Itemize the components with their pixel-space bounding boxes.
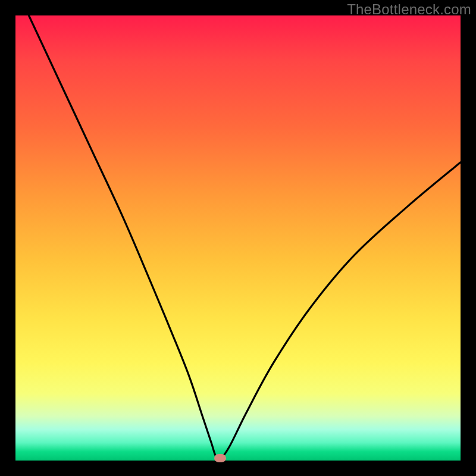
chart-container: TheBottleneck.com xyxy=(0,0,476,476)
bottleneck-curve xyxy=(15,15,461,461)
min-marker xyxy=(214,454,226,462)
plot-area xyxy=(15,15,461,461)
